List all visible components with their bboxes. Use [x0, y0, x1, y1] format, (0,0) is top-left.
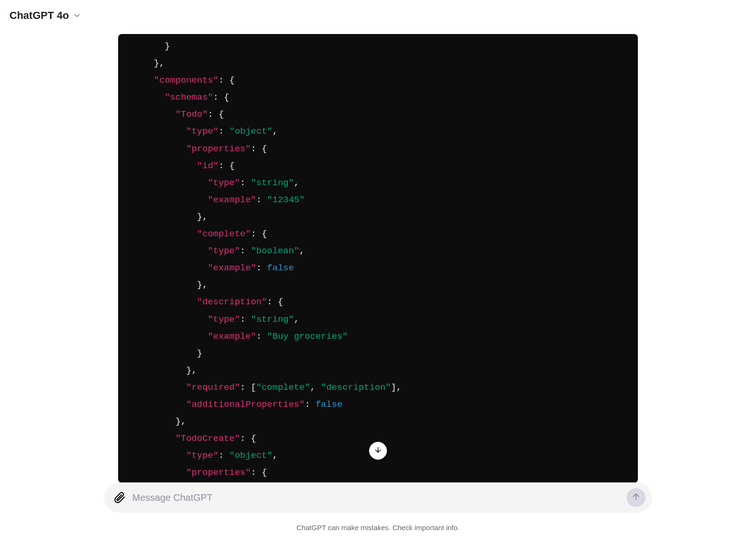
- code-line: "example": "Buy groceries": [132, 328, 624, 345]
- code-line: },: [132, 413, 624, 430]
- code-line: "additionalProperties": false: [132, 396, 624, 413]
- code-line: "Todo": {: [132, 106, 624, 123]
- code-line: "required": ["complete", "description"],: [132, 379, 624, 396]
- code-line: "schemas": {: [132, 89, 624, 106]
- code-line: "complete": {: [132, 225, 624, 242]
- code-line: }: [132, 345, 624, 362]
- code-line: },: [132, 362, 624, 379]
- code-line: },: [132, 208, 624, 225]
- scroll-to-bottom-button[interactable]: [369, 442, 387, 460]
- model-name: ChatGPT 4o: [9, 9, 69, 22]
- code-line: "type": "string",: [132, 311, 624, 328]
- code-line: },: [132, 55, 624, 72]
- code-line: "type": "string",: [132, 174, 624, 191]
- code-line: "id": {: [132, 157, 624, 174]
- code-block: } }, "components": { "schemas": { "Todo"…: [118, 34, 638, 483]
- model-selector[interactable]: ChatGPT 4o: [9, 9, 81, 22]
- code-line: "example": false: [132, 259, 624, 276]
- composer: [104, 482, 652, 513]
- code-line: "properties": {: [132, 140, 624, 157]
- code-line: "description": {: [132, 293, 624, 310]
- code-line: },: [132, 276, 624, 293]
- code-line: "type": "boolean",: [132, 242, 624, 259]
- chevron-down-icon: [73, 11, 81, 20]
- arrow-down-icon: [374, 446, 382, 456]
- code-line: }: [132, 38, 624, 55]
- conversation-area: } }, "components": { "schemas": { "Todo"…: [118, 34, 638, 483]
- message-input[interactable]: [132, 492, 620, 503]
- code-line: "example": "12345": [132, 191, 624, 208]
- send-button[interactable]: [627, 488, 645, 507]
- code-line: "type": "object",: [132, 123, 624, 140]
- attach-button[interactable]: [113, 491, 126, 504]
- code-line: "components": {: [132, 72, 624, 89]
- arrow-up-icon: [631, 492, 641, 503]
- code-line: "properties": {: [132, 464, 624, 481]
- disclaimer-text: ChatGPT can make mistakes. Check importa…: [297, 524, 460, 532]
